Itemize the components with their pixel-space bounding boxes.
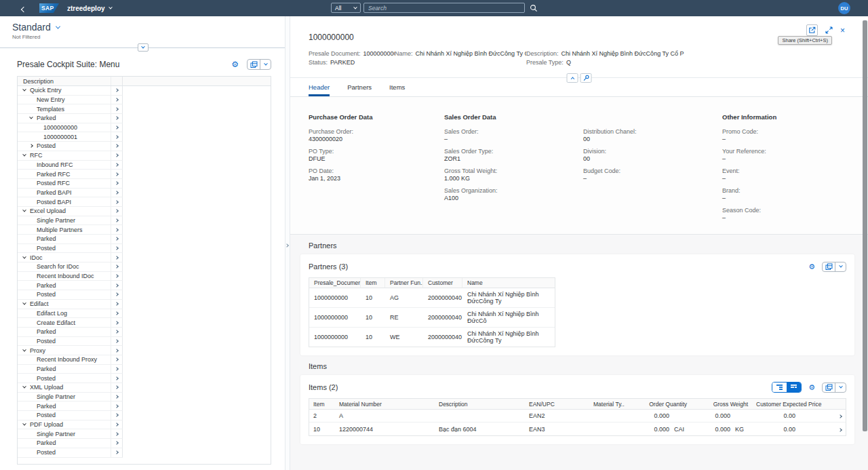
export-dropdown[interactable] (260, 60, 271, 69)
row-navigation-icon[interactable] (111, 272, 123, 281)
tree-row[interactable]: Inbound RFC (18, 161, 271, 170)
tree-row[interactable]: Posted BAPI (18, 197, 271, 207)
export-table-icon[interactable] (823, 262, 835, 271)
tree-row[interactable]: Single Partner (18, 393, 271, 402)
tree-row[interactable]: 1000000001 (18, 132, 271, 142)
items-row[interactable]: 10 1220000744 Bạc đạn 6004 EAN3 0.000CAI… (309, 423, 846, 435)
tree-row[interactable]: Parked (18, 402, 271, 411)
back-icon[interactable] (22, 2, 26, 14)
row-navigation-icon[interactable] (111, 374, 123, 383)
tree-row[interactable]: Parked (18, 328, 271, 337)
settings-gear-icon[interactable]: ⚙ (231, 60, 239, 68)
flat-view-button[interactable] (772, 383, 787, 392)
search-icon[interactable] (530, 4, 538, 12)
row-navigation-icon[interactable] (111, 411, 123, 420)
tree-row[interactable]: 1000000000 (18, 123, 271, 133)
column-header-item[interactable]: Item (309, 401, 335, 408)
partners-row[interactable]: 1000000000 10 RE 2000000040 Chi Nhánh Xí… (309, 308, 555, 328)
row-navigation-icon[interactable] (111, 439, 123, 448)
row-navigation-icon[interactable] (111, 253, 123, 262)
row-navigation-icon[interactable] (111, 262, 123, 272)
row-navigation-icon[interactable] (111, 207, 123, 216)
row-navigation-icon[interactable] (111, 235, 123, 244)
tree-twisty-icon[interactable] (23, 386, 30, 389)
column-header-order-quantity[interactable]: Order Quantity (625, 401, 691, 408)
row-navigation-icon[interactable] (823, 426, 846, 433)
row-navigation-icon[interactable] (111, 318, 123, 328)
row-navigation-icon[interactable] (111, 420, 123, 430)
column-header-material[interactable]: Material Number (335, 401, 435, 408)
tree-row[interactable]: Parked (18, 114, 271, 123)
export-table-icon[interactable] (823, 383, 835, 392)
tree-row[interactable]: Create Edifact (18, 318, 271, 328)
panel-splitter[interactable] (285, 16, 290, 470)
splitter-grip-icon[interactable] (285, 237, 288, 250)
column-header-description[interactable]: Description (435, 401, 525, 408)
row-navigation-icon[interactable] (111, 429, 123, 439)
column-header[interactable]: Item (361, 278, 385, 288)
settings-gear-icon[interactable]: ⚙ (808, 383, 815, 392)
column-header[interactable]: Customer (423, 278, 462, 288)
column-header-ean[interactable]: EAN/UPC (525, 401, 589, 408)
partners-row[interactable]: 1000000000 10 AG 2000000040 Chi Nhánh Xí… (309, 288, 555, 308)
tree-row[interactable]: Posted (18, 290, 271, 300)
row-navigation-icon[interactable] (111, 393, 123, 402)
tree-twisty-icon[interactable] (23, 349, 30, 352)
search-input[interactable]: Search (363, 3, 525, 13)
row-navigation-icon[interactable] (111, 328, 123, 337)
tree-row[interactable]: Parked (18, 281, 271, 290)
tree-row[interactable]: Quick Entry (18, 86, 271, 96)
variant-selector[interactable]: Standard (12, 22, 285, 33)
row-navigation-icon[interactable] (111, 300, 123, 309)
tree-row[interactable]: IDoc (18, 253, 271, 262)
tree-row[interactable]: Templates (18, 104, 271, 114)
vertical-scrollbar[interactable] (863, 20, 867, 431)
row-navigation-icon[interactable] (111, 337, 123, 347)
tree-row[interactable]: Posted (18, 411, 271, 420)
tab[interactable]: Items (389, 83, 405, 96)
tree-row[interactable]: Parked (18, 365, 271, 374)
tab[interactable]: Partners (347, 83, 372, 96)
column-header-price[interactable]: Customer Expected Price (752, 401, 823, 408)
tree-row[interactable]: Parked (18, 439, 271, 448)
tree-row[interactable]: Edifact (18, 300, 271, 309)
row-navigation-icon[interactable] (111, 114, 123, 123)
column-header[interactable]: Name (462, 278, 555, 288)
row-navigation-icon[interactable] (111, 355, 123, 365)
items-row[interactable]: 2 A EAN2 0.000 0.000 0.00 (309, 410, 846, 423)
row-navigation-icon[interactable] (111, 123, 123, 133)
close-icon[interactable]: × (840, 27, 845, 34)
row-navigation-icon[interactable] (111, 86, 123, 96)
row-navigation-icon[interactable] (111, 383, 123, 393)
export-split-button[interactable] (247, 59, 271, 70)
row-navigation-icon[interactable] (111, 244, 123, 254)
export-split-button[interactable] (822, 262, 846, 272)
row-navigation-icon[interactable] (111, 216, 123, 226)
tree-row[interactable]: New Entry (18, 96, 271, 105)
row-navigation-icon[interactable] (111, 225, 123, 235)
tree-row[interactable]: RFC (18, 151, 271, 161)
tree-twisty-icon[interactable] (30, 117, 37, 119)
export-dropdown[interactable] (835, 262, 846, 271)
row-navigation-icon[interactable] (111, 365, 123, 374)
tree-row[interactable]: Single Partner (18, 429, 271, 439)
tree-row[interactable]: XML Upload (18, 383, 271, 393)
tab[interactable]: Header (309, 83, 330, 96)
tree-row[interactable]: Posted (18, 244, 271, 254)
grouped-view-button[interactable] (787, 383, 801, 392)
tree-twisty-icon[interactable] (23, 89, 30, 92)
tree-row[interactable]: Parked BAPI (18, 189, 271, 198)
app-title-menu[interactable]: ztreedeploy (67, 5, 112, 12)
settings-gear-icon[interactable]: ⚙ (808, 262, 815, 271)
tree-row[interactable]: Posted (18, 337, 271, 347)
export-split-button[interactable] (822, 383, 846, 393)
tree-row[interactable]: Search for IDoc (18, 262, 271, 272)
partners-row[interactable]: 1000000000 10 WE 2000000040 Chi Nhánh Xí… (309, 328, 555, 347)
export-table-icon[interactable] (248, 60, 260, 69)
tree-row[interactable]: Single Partner (18, 216, 271, 226)
collapse-header-button[interactable] (567, 73, 578, 83)
row-navigation-icon[interactable] (111, 346, 123, 355)
tree-row[interactable]: PDF Upload (18, 420, 271, 430)
row-navigation-icon[interactable] (823, 412, 846, 419)
row-navigation-icon[interactable] (111, 179, 123, 189)
